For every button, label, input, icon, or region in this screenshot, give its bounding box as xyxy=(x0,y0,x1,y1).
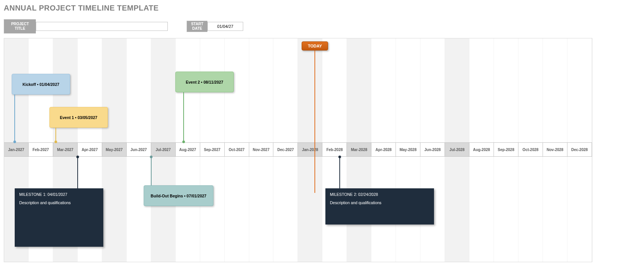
project-title-label: PROJECT TITLE xyxy=(4,19,36,34)
page-title: ANNUAL PROJECT TIMELINE TEMPLATE xyxy=(4,4,640,12)
today-marker: TODAY xyxy=(302,41,328,50)
timeline-chart: Jan-2027Feb-2027Mar-2027Apr-2027May-2027… xyxy=(4,38,592,262)
event-box[interactable]: Build-Out Begins • 07/01/2027 xyxy=(144,185,213,206)
milestone-title: MILESTONE 2: 02/24/2028 xyxy=(330,192,429,197)
month-cell: Feb-2028 xyxy=(322,143,347,156)
header-row: PROJECT TITLE START DATE xyxy=(4,19,640,34)
month-cell: Mar-2028 xyxy=(347,143,371,156)
event-box[interactable]: Event 1 • 03/05/2027 xyxy=(49,107,108,128)
project-title-field: PROJECT TITLE xyxy=(4,19,168,34)
start-date-field: START DATE xyxy=(187,19,243,34)
month-cell: Nov-2028 xyxy=(543,143,567,156)
month-cell: Dec-2027 xyxy=(273,143,298,156)
month-axis: Jan-2027Feb-2027Mar-2027Apr-2027May-2027… xyxy=(4,142,592,157)
month-cell: Jan-2027 xyxy=(4,143,29,156)
today-line xyxy=(314,50,315,193)
event-box[interactable]: Event 2 • 08/11/2027 xyxy=(175,72,234,92)
milestone-box[interactable]: MILESTONE 2: 02/24/2028Description and q… xyxy=(325,188,434,225)
milestone-title: MILESTONE 1: 04/01/2027 xyxy=(19,192,99,197)
month-cell: Jun-2027 xyxy=(127,143,151,156)
month-cell: Apr-2028 xyxy=(371,143,396,156)
month-cell: Apr-2027 xyxy=(78,143,102,156)
month-cell: Aug-2027 xyxy=(176,143,200,156)
milestone-box[interactable]: MILESTONE 1: 04/01/2027Description and q… xyxy=(15,188,103,247)
month-cell: May-2028 xyxy=(396,143,420,156)
start-date-label: START DATE xyxy=(187,21,207,32)
start-date-label-line2: DATE xyxy=(192,26,202,31)
month-cell: Feb-2027 xyxy=(29,143,53,156)
month-cell: Mar-2027 xyxy=(53,143,78,156)
month-cell: Nov-2027 xyxy=(249,143,274,156)
month-cell: Oct-2027 xyxy=(225,143,249,156)
month-cell: Sep-2028 xyxy=(494,143,518,156)
month-cell: Dec-2028 xyxy=(567,143,592,156)
month-cell: May-2027 xyxy=(102,143,127,156)
milestone-description: Description and qualifications xyxy=(330,200,429,205)
start-date-input[interactable] xyxy=(207,22,243,31)
start-date-label-line1: START xyxy=(191,22,204,26)
event-box[interactable]: Kickoff • 01/04/2027 xyxy=(12,74,70,95)
month-cell: Sep-2027 xyxy=(200,143,225,156)
month-cell: Jul-2028 xyxy=(445,143,469,156)
project-title-input[interactable] xyxy=(36,22,168,31)
month-cell: Jul-2027 xyxy=(151,143,176,156)
month-cell: Oct-2028 xyxy=(518,143,543,156)
milestone-description: Description and qualifications xyxy=(19,200,99,205)
month-cell: Jan-2028 xyxy=(298,143,322,156)
month-cell: Jun-2028 xyxy=(420,143,445,156)
month-cell: Aug-2028 xyxy=(469,143,494,156)
